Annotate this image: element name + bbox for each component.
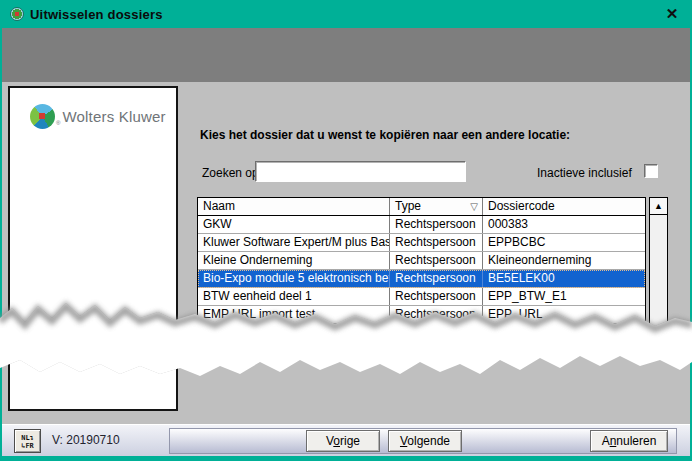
cell-dossiercode: EPP_BTW_E1	[483, 288, 645, 305]
wolters-kluwer-logo-text: Wolters Kluwer	[62, 108, 165, 125]
cell-dossiercode: EPP_URL	[483, 306, 645, 323]
cell-type: Rechtspersoon	[390, 306, 483, 323]
search-label: Zoeken op:	[202, 166, 262, 180]
window-titlebar: Uitwisselen dossiers ✕	[0, 0, 692, 28]
volgende-button[interactable]: Volgende	[388, 430, 462, 452]
wolters-kluwer-panel: ® Wolters Kluwer	[8, 86, 178, 336]
language-line-nl: NL↴	[21, 434, 34, 442]
cell-naam: Kleine Onderneming	[198, 252, 390, 269]
table-row[interactable]: EMP URL import test Rechtspersoon EPP_UR…	[198, 306, 645, 324]
table-row-selected[interactable]: Bio-Expo module 5 elektronisch betaling …	[198, 270, 645, 288]
wolters-kluwer-panel-bottom	[8, 345, 178, 411]
annuleren-button[interactable]: Annuleren	[590, 430, 668, 452]
language-toggle-button[interactable]: NL↴↳FR	[14, 429, 41, 453]
cell-type: Rechtspersoon	[390, 270, 483, 287]
cell-type: Rechtspersoon	[390, 288, 483, 305]
uitwisselen-dossiers-dialog: Uitwisselen dossiers ✕ ® Wolters Kluwer …	[0, 0, 692, 461]
cell-naam: Bio-Expo module 5 elektronisch betaling	[198, 270, 390, 287]
gray-banner	[2, 28, 690, 82]
cell-type: Rechtspersoon	[390, 252, 483, 269]
dialog-heading: Kies het dossier dat u wenst te kopiëren…	[200, 128, 660, 142]
cell-naam: GKW	[198, 216, 390, 233]
wolters-kluwer-logo-icon	[30, 104, 55, 129]
close-icon[interactable]: ✕	[662, 4, 682, 24]
vorige-button[interactable]: Vorige	[306, 430, 380, 452]
cell-type: Rechtspersoon	[390, 216, 483, 233]
cell-dossiercode: 000383	[483, 216, 645, 233]
window-border-bottom	[0, 456, 692, 461]
cell-dossiercode: EPPBCBC	[483, 234, 645, 251]
inactive-checkbox[interactable]	[644, 164, 658, 178]
table-header-row: Naam Type ▽ Dossiercode	[198, 198, 645, 216]
column-header-type-label: Type	[395, 199, 421, 213]
window-title: Uitwisselen dossiers	[30, 7, 163, 22]
vorige-label-post: rige	[340, 434, 360, 448]
dossier-table: Naam Type ▽ Dossiercode GKW Rechtspersoo…	[197, 197, 646, 325]
search-input[interactable]	[255, 161, 466, 182]
sort-descending-icon: ▽	[470, 198, 478, 215]
app-logo-icon	[10, 7, 24, 21]
version-label: V: 20190710	[52, 425, 120, 456]
column-header-naam[interactable]: Naam	[198, 198, 390, 215]
annuleren-label-pre: A	[602, 434, 610, 448]
volgende-label-post: olgende	[407, 434, 450, 448]
language-line-fr: ↳FR	[21, 442, 34, 450]
table-scrollbar[interactable]: ▲	[649, 197, 668, 331]
cell-naam: Kluwer Software Expert/M plus Basecc	[198, 234, 390, 251]
inactive-checkbox-label: Inactieve inclusief	[537, 166, 632, 180]
column-header-type[interactable]: Type ▽	[390, 198, 483, 215]
cell-naam: EMP URL import test	[198, 306, 390, 323]
vorige-label-underline: o	[333, 434, 340, 448]
table-row[interactable]: BTW eenheid deel 1 Rechtspersoon EPP_BTW…	[198, 288, 645, 306]
cell-dossiercode: Kleineonderneming	[483, 252, 645, 269]
column-header-dossiercode[interactable]: Dossiercode	[483, 198, 645, 215]
cell-dossiercode: BE5ELEK00	[483, 270, 645, 287]
table-row[interactable]: GKW Rechtspersoon 000383	[198, 216, 645, 234]
cell-type: Rechtspersoon	[390, 234, 483, 251]
statusbar: NL↴↳FR V: 20190710 Vorige Volgende Annul…	[2, 424, 690, 456]
table-row[interactable]: Kluwer Software Expert/M plus Basecc Rec…	[198, 234, 645, 252]
cell-naam: BTW eenheid deel 1	[198, 288, 390, 305]
annuleren-label-post: nuleren	[616, 434, 656, 448]
scroll-up-icon[interactable]: ▲	[650, 198, 667, 215]
table-row[interactable]: Kleine Onderneming Rechtspersoon Kleineo…	[198, 252, 645, 270]
registered-mark: ®	[56, 120, 60, 126]
